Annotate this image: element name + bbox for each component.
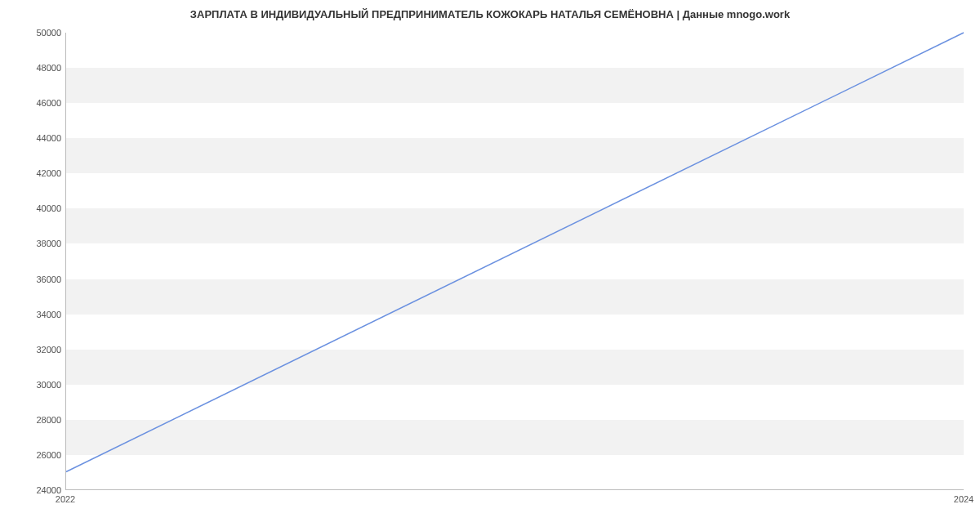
x-tick-label: 2022 <box>56 494 75 504</box>
x-tick-label: 2024 <box>954 494 973 504</box>
y-tick-label: 26000 <box>4 450 61 460</box>
y-tick-label: 50000 <box>4 28 61 38</box>
y-tick-label: 28000 <box>4 415 61 425</box>
line-chart: ЗАРПЛАТА В ИНДИВИДУАЛЬНЫЙ ПРЕДПРИНИМАТЕЛ… <box>0 0 980 531</box>
y-tick-label: 42000 <box>4 168 61 178</box>
y-tick-label: 34000 <box>4 310 61 319</box>
series-line <box>66 33 964 472</box>
line-layer <box>66 33 964 489</box>
y-tick-label: 46000 <box>4 98 61 108</box>
chart-title: ЗАРПЛАТА В ИНДИВИДУАЛЬНЫЙ ПРЕДПРИНИМАТЕЛ… <box>0 8 980 20</box>
y-tick-label: 36000 <box>4 274 61 284</box>
y-tick-label: 48000 <box>4 63 61 73</box>
y-tick-label: 24000 <box>4 485 61 495</box>
plot-area <box>65 33 964 490</box>
y-tick-label: 30000 <box>4 380 61 390</box>
y-tick-label: 38000 <box>4 239 61 248</box>
y-tick-label: 44000 <box>4 133 61 143</box>
y-tick-label: 32000 <box>4 345 61 355</box>
y-tick-label: 40000 <box>4 203 61 213</box>
